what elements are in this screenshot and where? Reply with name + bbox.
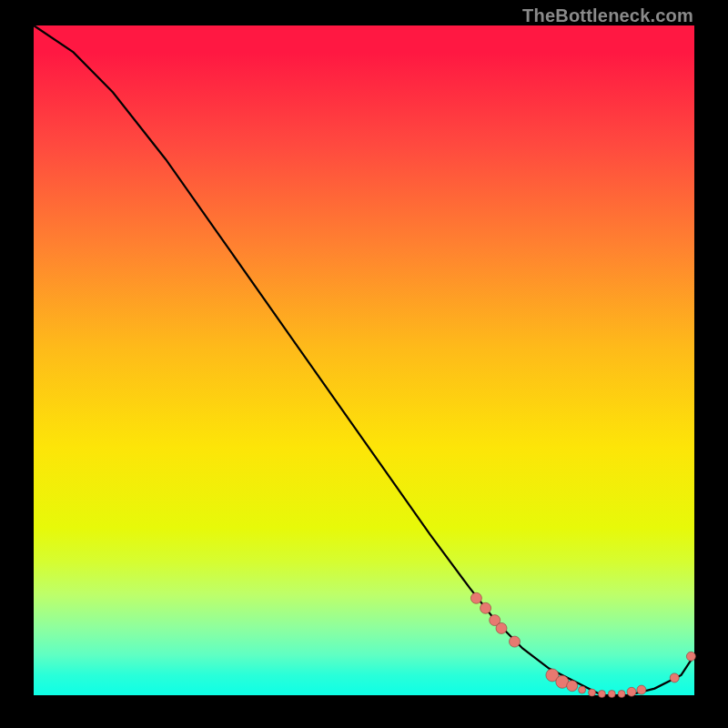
data-marker bbox=[598, 691, 605, 698]
chart-svg bbox=[34, 25, 694, 695]
data-marker bbox=[470, 592, 481, 603]
data-marker bbox=[608, 691, 615, 698]
data-marker bbox=[567, 681, 578, 692]
data-marker bbox=[579, 686, 586, 693]
data-marker bbox=[480, 602, 491, 613]
data-marker bbox=[510, 636, 521, 647]
data-marker bbox=[496, 622, 507, 633]
data-marker bbox=[627, 687, 636, 696]
data-marker bbox=[589, 689, 596, 696]
data-marker bbox=[670, 673, 679, 682]
data-marker bbox=[637, 685, 646, 694]
data-marker bbox=[618, 691, 625, 698]
data-markers bbox=[470, 592, 695, 697]
data-marker bbox=[686, 652, 695, 661]
chart-frame: TheBottleneck.com bbox=[0, 0, 728, 728]
watermark-text: TheBottleneck.com bbox=[522, 5, 693, 26]
bottleneck-curve bbox=[34, 25, 694, 695]
